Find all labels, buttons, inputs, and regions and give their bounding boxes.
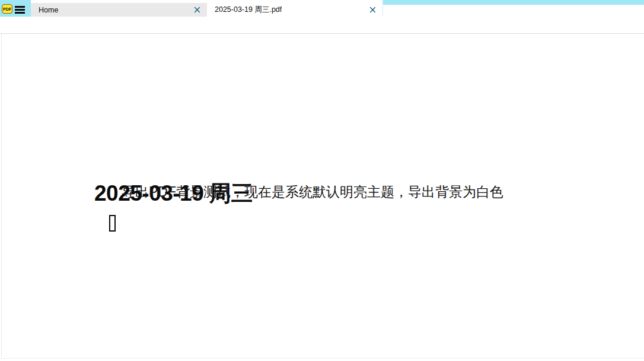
tab-bar: PDF Home 2025-03-19 周三.pdf xyxy=(0,0,644,17)
tab-divider xyxy=(382,0,383,17)
tab-document-label: 2025-03-19 周三.pdf xyxy=(207,5,282,15)
tabbar-accent-right xyxy=(383,0,644,5)
pdf-logo[interactable]: PDF xyxy=(2,4,12,14)
document-body-text: 导出PDF背景测试，现在是系统默认明亮主题，导出背景为白色 xyxy=(122,183,503,201)
tab-home-label: Home xyxy=(31,6,58,14)
close-icon[interactable] xyxy=(369,7,376,13)
page-edge xyxy=(1,34,2,357)
tab-document[interactable]: 2025-03-19 周三.pdf xyxy=(207,3,382,17)
missing-glyph-box xyxy=(109,215,116,232)
pdf-logo-text: PDF xyxy=(3,7,11,11)
close-icon[interactable] xyxy=(194,7,200,13)
page-edge xyxy=(0,358,644,359)
document-page: 2025-03-19 周三 导出PDF背景测试，现在是系统默认明亮主题，导出背景… xyxy=(0,34,644,361)
hamburger-menu-icon[interactable] xyxy=(15,6,25,14)
toolbar: 页码: / 1 xyxy=(0,17,644,34)
tab-home[interactable]: Home xyxy=(31,3,207,17)
